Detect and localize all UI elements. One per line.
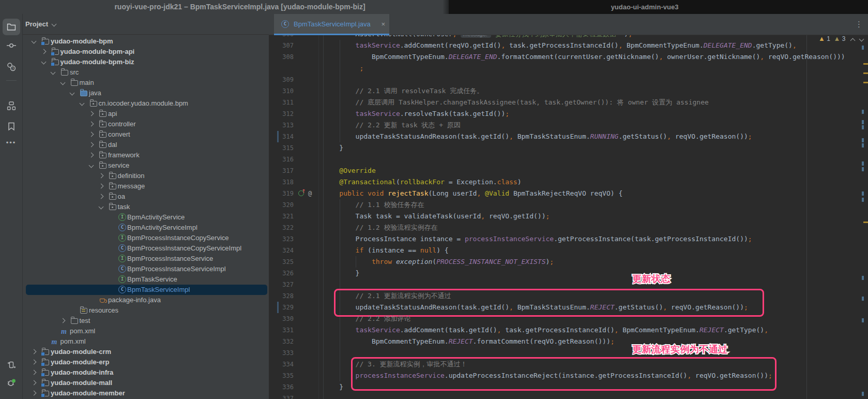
code-line-329[interactable]: 329 updateTaskStatusAndReason(task.getId…: [269, 302, 868, 313]
svg-text:?: ?: [12, 67, 14, 70]
code-line-310[interactable]: 310 // 2.1 调用 resolveTask 完成任务。: [269, 85, 868, 97]
tree-item-yudao-module-crm[interactable]: yudao-module-crm: [23, 347, 269, 357]
tab-bpmtaskserviceimpl[interactable]: C BpmTaskServiceImpl.java ×: [274, 14, 389, 35]
tree-item-controller[interactable]: controller: [23, 119, 269, 129]
tree-item-framework[interactable]: framework: [23, 150, 269, 160]
code-line-331[interactable]: 331 taskService.addComment(task.getId(),…: [269, 324, 868, 336]
tree-item-bpmprocessinstancecopyservice[interactable]: IBpmProcessInstanceCopyService: [23, 233, 269, 243]
tree-item-main[interactable]: main: [23, 78, 269, 88]
tab-close-icon[interactable]: ×: [381, 14, 385, 34]
tree-item-cn-iocoder-yudao-module-bpm[interactable]: cn.iocoder.yudao.module.bpm: [23, 98, 269, 109]
bookmarks-icon[interactable]: [8, 122, 15, 131]
tab-options-icon[interactable]: ⋮: [855, 14, 863, 34]
code-line-320[interactable]: 320 // 1.1 校验任务存在: [269, 199, 868, 211]
annotated-icon: @: [308, 188, 318, 199]
tree-item-yudao-module-bpm-biz[interactable]: yudao-module-bpm-biz: [23, 57, 269, 67]
tree-item-bpmtaskserviceimpl[interactable]: CBpmTaskServiceImpl: [23, 285, 269, 295]
code-line-318[interactable]: 318 @Transactional(rollbackFor = Excepti…: [269, 176, 868, 188]
project-tree: yudao-module-bpmyudao-module-bpm-apiyuda…: [23, 36, 269, 399]
code-line-333[interactable]: 333: [269, 347, 868, 359]
code-line-317[interactable]: 317 @Override: [269, 165, 868, 176]
tree-item-bpmprocessinstancecopyserviceimpl[interactable]: CBpmProcessInstanceCopyServiceImpl: [23, 243, 269, 254]
pull-requests-icon[interactable]: ?: [7, 62, 16, 71]
tree-item-api[interactable]: api: [23, 109, 269, 119]
code-line-330[interactable]: 330 // 2.2 添加评论: [269, 313, 868, 324]
code-line-306[interactable]: 306 Assert.notNull(ownerUser, message: "…: [269, 35, 868, 40]
code-line-313[interactable]: 313 // 2.2 更新 task 状态 + 原因: [269, 120, 868, 131]
code-line-308[interactable]: 308 BpmCommentTypeEnum.DELEGATE_END.form…: [269, 51, 868, 63]
code-line-319[interactable]: 319@ public void rejectTask(Long userId,…: [269, 188, 868, 199]
tree-item-oa[interactable]: oa: [23, 191, 269, 202]
project-panel-title: Project: [25, 14, 48, 35]
tree-item-bpmprocessinstanceservice[interactable]: IBpmProcessInstanceService: [23, 254, 269, 264]
code-line-321[interactable]: 321 Task task = validateTask(userId, req…: [269, 211, 868, 222]
tree-item-dal[interactable]: dal: [23, 140, 269, 150]
tree-item-bpmactivityserviceimpl[interactable]: CBpmActivityServiceImpl: [23, 223, 269, 233]
code-line-311[interactable]: 311 // 底层调用 TaskHelper.changeTaskAssigne…: [269, 97, 868, 108]
tree-item-message[interactable]: message: [23, 181, 269, 191]
stripe-divider: [6, 80, 17, 81]
code-line-314[interactable]: 314 updateTaskStatusAndReason(task.getId…: [269, 131, 868, 142]
code-line-322[interactable]: 322 // 1.2 校验流程实例存在: [269, 222, 868, 233]
window-seam: [443, 0, 449, 14]
ide-window: ruoyi-vue-pro-jdk21 – BpmTaskServiceImpl…: [0, 0, 868, 399]
tree-item-service[interactable]: service: [23, 160, 269, 171]
overrides-method-icon[interactable]: [298, 190, 304, 196]
tree-item-yudao-module-bpm-api[interactable]: yudao-module-bpm-api: [23, 47, 269, 57]
tree-item-src[interactable]: src: [23, 67, 269, 78]
vcs-changed-marker: [277, 131, 279, 142]
code-line-312[interactable]: 312 taskService.resolveTask(task.getId()…: [269, 108, 868, 120]
code-line-324[interactable]: 324 if (instance == null) {: [269, 245, 868, 256]
tree-item-yudao-module-member[interactable]: yudao-module-member: [23, 388, 269, 398]
class-icon: C: [281, 20, 289, 28]
tree-item-yudao-module-erp[interactable]: yudao-module-erp: [23, 357, 269, 367]
debug-tool-icon[interactable]: [6, 378, 16, 388]
code-line-316[interactable]: 316: [269, 154, 868, 165]
commit-icon[interactable]: [7, 42, 16, 49]
tree-item-pom-xml[interactable]: mpom.xml: [23, 326, 269, 336]
project-panel: Project yudao-module-bpmyudao-module-bpm…: [23, 14, 269, 399]
tree-item-yudao-module-mall[interactable]: yudao-module-mall: [23, 378, 269, 388]
code-line-326[interactable]: 326 }: [269, 268, 868, 279]
code-line-336[interactable]: 336 }: [269, 381, 868, 393]
project-panel-header[interactable]: Project: [23, 14, 269, 35]
editor-area: C BpmTaskServiceImpl.java × ⋮ 更新状态更新状态: [269, 14, 868, 399]
tree-item-task[interactable]: task: [23, 202, 269, 212]
structure-icon[interactable]: [7, 101, 16, 110]
editor-tab-bar: C BpmTaskServiceImpl.java × ⋮: [269, 14, 868, 35]
tree-item-bpmactivityservice[interactable]: IBpmActivityService: [23, 212, 269, 223]
tree-item-resources[interactable]: resources: [23, 305, 269, 316]
code-line-327[interactable]: 327: [269, 279, 868, 290]
code-line-wrap[interactable]: ;: [269, 63, 868, 74]
code-line-307[interactable]: 307 taskService.addComment(reqVO.getId()…: [269, 40, 868, 51]
code-line-332[interactable]: 332 BpmCommentTypeEnum.REJECT.formatComm…: [269, 336, 868, 347]
code-line-309[interactable]: 309: [269, 74, 868, 85]
tab-label: BpmTaskServiceImpl.java: [294, 14, 371, 34]
tree-item-test[interactable]: test: [23, 316, 269, 326]
tree-item-java[interactable]: java: [23, 88, 269, 98]
project-header-chevron-icon[interactable]: [52, 22, 57, 27]
run-tool-icon[interactable]: [7, 361, 16, 370]
code-line-325[interactable]: 325 throw exception(PROCESS_INSTANCE_NOT…: [269, 256, 868, 268]
vcs-changed-marker: [277, 302, 279, 313]
tree-item-bpmprocessinstanceserviceimpl[interactable]: CBpmProcessInstanceServiceImpl: [23, 264, 269, 274]
window-title: ruoyi-vue-pro-jdk21 – BpmTaskServiceImpl…: [114, 0, 365, 14]
tree-item-pom-xml[interactable]: mpom.xml: [23, 336, 269, 347]
project-tool-icon[interactable]: [7, 23, 16, 31]
tree-item-package-info-java[interactable]: package-info.java: [23, 295, 269, 305]
background-window-title: yudao-ui-admin-vue3: [611, 0, 679, 14]
code-line-328[interactable]: 328 // 2.1 更新流程实例为不通过: [269, 290, 868, 302]
code-line-315[interactable]: 315 }: [269, 142, 868, 154]
more-tools-icon[interactable]: •••: [6, 139, 17, 146]
tree-item-bpmtaskservice[interactable]: IBpmTaskService: [23, 274, 269, 285]
tree-item-convert[interactable]: convert: [23, 129, 269, 140]
code-editor[interactable]: 更新状态更新状态 更新流程实例为不通过更新流程实例为不通过 ▲ 1 ▲ 3 30…: [269, 35, 868, 399]
title-bar: ruoyi-vue-pro-jdk21 – BpmTaskServiceImpl…: [0, 0, 868, 14]
code-line-335[interactable]: 335 processInstanceService.updateProcess…: [269, 370, 868, 381]
tree-item-yudao-module-bpm[interactable]: yudao-module-bpm: [23, 36, 269, 47]
tree-item-definition[interactable]: definition: [23, 171, 269, 181]
code-line-323[interactable]: 323 ProcessInstance instance = processIn…: [269, 233, 868, 245]
code-line-337[interactable]: 337: [269, 393, 868, 399]
tree-item-yudao-module-infra[interactable]: yudao-module-infra: [23, 367, 269, 378]
code-line-334[interactable]: 334 // 3. 更新流程实例，审批不通过！: [269, 359, 868, 370]
